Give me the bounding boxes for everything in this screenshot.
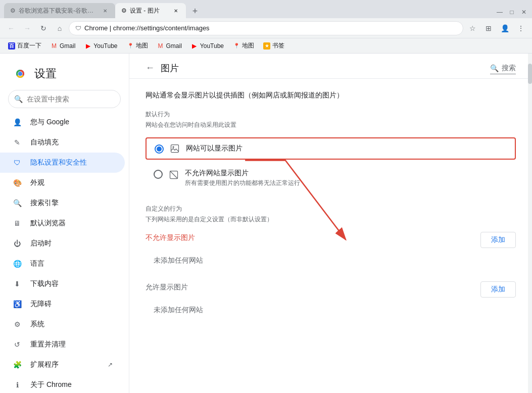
bookmark-label-gmail-1: Gmail <box>60 42 75 50</box>
block-section-label: 不允许显示图片 <box>146 233 195 242</box>
content-back-button[interactable]: ← <box>146 63 155 73</box>
sidebar-label-appearance: 外观 <box>30 178 44 187</box>
svg-point-2 <box>18 72 22 76</box>
radio-allow[interactable] <box>155 144 164 154</box>
sidebar-label-privacy: 隐私设置和安全性 <box>30 158 87 167</box>
header-search-icon: 🔍 <box>490 64 499 72</box>
allow-section-label: 允许显示图片 <box>146 283 188 292</box>
settings-title: 设置 <box>34 66 57 81</box>
bookmark-label-map-2: 地图 <box>242 41 254 50</box>
forward-button[interactable]: → <box>20 21 34 35</box>
autofill-icon: ✎ <box>12 137 22 148</box>
sidebar-item-privacy[interactable]: 🛡 隐私设置和安全性 <box>0 153 125 173</box>
sidebar-label-downloads: 下载内容 <box>30 279 59 288</box>
sidebar-item-autofill[interactable]: ✎ 自动填充 <box>0 132 125 153</box>
toolbar: ← → ↻ ⌂ 🛡 Chrome | chrome://settings/con… <box>0 18 532 38</box>
sidebar-label-accessibility: 无障碍 <box>30 300 52 309</box>
close-button[interactable]: ✕ <box>520 8 528 16</box>
content-title: 图片 <box>161 62 179 74</box>
tab-title-1: 谷歌浏览器下载安装-谷歌浏览器 <box>19 7 98 15</box>
browser-icon: 🖥 <box>12 218 22 228</box>
option-block-text-group: 不允许网站显示图片 所有需要使用图片的功能都将无法正常运行 <box>185 169 300 187</box>
radio-block[interactable] <box>154 170 163 179</box>
header-search-label: 搜索 <box>502 64 516 73</box>
minimize-button[interactable]: — <box>496 8 504 16</box>
tab-close-1[interactable]: ✕ <box>101 7 109 15</box>
scrollbar-thumb[interactable] <box>528 64 532 84</box>
bookmark-gmail-2[interactable]: M Gmail <box>153 41 186 51</box>
sidebar-label-search: 搜索引擎 <box>30 199 59 208</box>
profile-button[interactable]: 👤 <box>498 21 512 35</box>
appearance-icon: 🎨 <box>12 178 22 188</box>
menu-button[interactable]: ⋮ <box>514 21 528 35</box>
sidebar-item-language[interactable]: 🌐 语言 <box>0 254 125 274</box>
bookmark-bookmarks[interactable]: ★ 书签 <box>259 40 288 51</box>
settings-search-bar: 🔍 <box>0 90 129 112</box>
bookmark-youtube-2[interactable]: ▶ YouTube <box>187 41 228 51</box>
sidebar-item-downloads[interactable]: ⬇ 下载内容 <box>0 274 125 294</box>
option-block-images[interactable]: 不允许网站显示图片 所有需要使用图片的功能都将无法正常运行 <box>146 164 516 192</box>
home-button[interactable]: ⌂ <box>53 21 67 35</box>
page-description: 网站通常会显示图片以提供插图（例如网店或新闻报道的图片） <box>146 91 516 100</box>
security-icon: 🛡 <box>75 25 81 32</box>
custom-sub: 下列网站采用的是自定义设置（而非默认设置） <box>146 215 516 224</box>
sidebar-item-reset[interactable]: ↺ 重置并清理 <box>0 334 125 355</box>
svg-rect-3 <box>171 145 179 153</box>
maximize-button[interactable]: □ <box>508 8 516 16</box>
sidebar-item-extensions[interactable]: 🧩 扩展程序 ↗ <box>0 355 125 375</box>
favicon-bookmark: ★ <box>263 42 270 50</box>
address-text: Chrome | chrome://settings/content/image… <box>84 24 210 32</box>
sidebar-item-system[interactable]: ⚙ 系统 <box>0 314 125 334</box>
header-search: 🔍 搜索 <box>490 62 516 74</box>
address-bar[interactable]: 🛡 Chrome | chrome://settings/content/ima… <box>69 21 463 35</box>
startup-icon: ⏻ <box>12 238 22 249</box>
bookmark-gmail-1[interactable]: M Gmail <box>46 41 79 51</box>
settings-search-input[interactable] <box>8 90 121 108</box>
external-link-icon: ↗ <box>108 361 113 368</box>
allow-empty-text: 未添加任何网站 <box>146 302 516 323</box>
block-add-button[interactable]: 添加 <box>480 232 516 248</box>
search-icon: 🔍 <box>14 95 23 103</box>
reset-icon: ↺ <box>12 339 22 350</box>
sidebar-item-about[interactable]: ℹ 关于 Chrome <box>0 375 125 393</box>
block-subsection: 不允许显示图片 添加 未添加任何网站 <box>146 232 516 273</box>
browser-frame: ⚙ 谷歌浏览器下载安装-谷歌浏览器 ✕ ⚙ 设置 - 图片 ✕ + — □ ✕ … <box>0 0 532 393</box>
option-block-text: 不允许网站显示图片 <box>185 169 300 178</box>
sidebar-item-browser[interactable]: 🖥 默认浏览器 <box>0 213 125 233</box>
block-empty-text: 未添加任何网站 <box>146 252 516 273</box>
bookmark-baidu[interactable]: 百 百度一下 <box>4 40 45 51</box>
tab-inactive[interactable]: ⚙ 谷歌浏览器下载安装-谷歌浏览器 ✕ <box>4 3 115 18</box>
sidebar-item-accessibility[interactable]: ♿ 无障碍 <box>0 294 125 314</box>
language-icon: 🌐 <box>12 259 22 269</box>
bookmark-map-2[interactable]: 📍 地图 <box>229 40 258 51</box>
bookmark-label-gmail-2: Gmail <box>166 42 182 50</box>
sidebar-label-browser: 默认浏览器 <box>30 219 66 228</box>
option-allow-images[interactable]: 网站可以显示图片 <box>146 137 516 160</box>
tab-favicon-1: ⚙ <box>10 7 16 14</box>
sidebar-label-profile: 您与 Google <box>30 118 69 127</box>
settings-sidebar: 设置 🔍 👤 您与 Google ✎ 自动填充 🛡 隐私设置和安全性 <box>0 54 129 393</box>
new-tab-button[interactable]: + <box>188 4 202 18</box>
tab-close-2[interactable]: ✕ <box>172 7 180 15</box>
favicon-gmail-2: M <box>157 42 164 50</box>
accessibility-icon: ♿ <box>12 299 22 309</box>
tab-title-2: 设置 - 图片 <box>130 7 169 15</box>
bookmark-button[interactable]: ☆ <box>465 21 479 35</box>
bookmark-map-1[interactable]: 📍 地图 <box>123 40 152 51</box>
tab-active[interactable]: ⚙ 设置 - 图片 ✕ <box>115 3 186 18</box>
back-button[interactable]: ← <box>4 21 18 35</box>
sidebar-item-profile[interactable]: 👤 您与 Google <box>0 112 125 132</box>
extension-button[interactable]: ⊞ <box>481 21 496 35</box>
bookmarks-bar: 百 百度一下 M Gmail ▶ YouTube 📍 地图 M Gmail ▶ … <box>0 38 532 54</box>
sidebar-label-extensions: 扩展程序 <box>30 360 59 369</box>
reload-button[interactable]: ↻ <box>36 21 51 35</box>
bookmark-youtube-1[interactable]: ▶ YouTube <box>80 41 121 51</box>
svg-point-4 <box>172 146 174 148</box>
favicon-youtube-1: ▶ <box>84 42 91 50</box>
allow-add-button[interactable]: 添加 <box>480 281 516 298</box>
sidebar-item-search[interactable]: 🔍 搜索引擎 <box>0 193 125 213</box>
sidebar-label-language: 语言 <box>30 259 44 268</box>
sidebar-item-appearance[interactable]: 🎨 外观 <box>0 173 125 193</box>
chrome-logo-icon <box>12 66 28 82</box>
sidebar-item-startup[interactable]: ⏻ 启动时 <box>0 233 125 254</box>
